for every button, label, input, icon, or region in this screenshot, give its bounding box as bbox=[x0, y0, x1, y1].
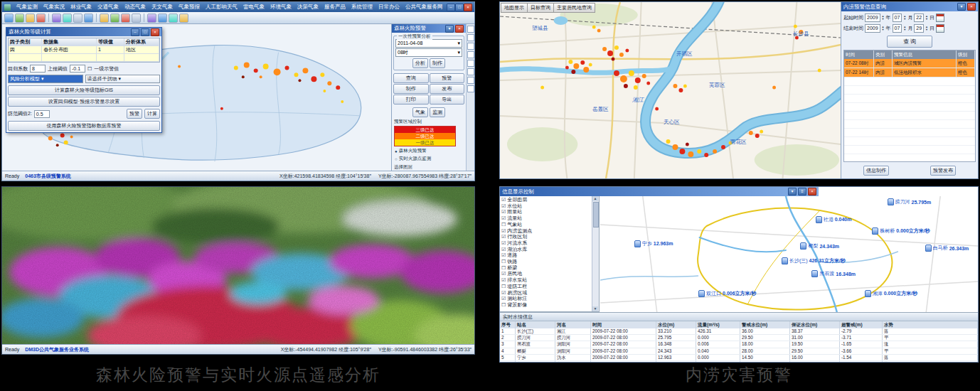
factor-table-row[interactable]: 因 春长分布图 1 地区 bbox=[9, 46, 159, 54]
compute-button[interactable]: 计算 bbox=[144, 109, 160, 119]
map-tab[interactable]: 主要居民地查询 bbox=[553, 3, 595, 13]
start-year-input[interactable]: 2009 bbox=[865, 14, 880, 22]
action-button[interactable]: 查询 bbox=[393, 73, 429, 83]
met-button[interactable]: 监测 bbox=[430, 107, 445, 117]
station-marker[interactable]: 株树桥0.000立方米/秒 bbox=[872, 227, 930, 235]
toolbar-button[interactable] bbox=[147, 14, 156, 23]
start-day-input[interactable]: 22 bbox=[914, 14, 924, 22]
layer-control-titlebar[interactable]: 信息显示控制 ▾ ≡ × bbox=[500, 187, 819, 196]
end-year-input[interactable]: 2009 bbox=[865, 24, 880, 33]
layer-checkbox-item[interactable]: ☑ 水位站 bbox=[501, 203, 590, 210]
layer-checkbox-item[interactable]: ☑ 流量站 bbox=[501, 215, 590, 222]
menu-item[interactable]: 气象监测 bbox=[14, 4, 41, 11]
menu-item[interactable]: 系统管理 bbox=[348, 4, 376, 11]
toolbar-button[interactable] bbox=[158, 14, 167, 23]
fire-map-canvas[interactable]: 长沙市 森林火险等级计算 – □ × 因子类别 数据集 等级值 分析体系 bbox=[2, 24, 391, 171]
warning-hour-combo[interactable]: 08时▾ bbox=[395, 48, 462, 57]
calendar-icon[interactable] bbox=[936, 24, 944, 33]
flood-map-canvas[interactable]: 捞刀河25.795m 社港0.040m 株树桥0.000立方米/秒 宁乡12.9… bbox=[600, 196, 978, 312]
table-row[interactable]: 1 长沙(三) 湘江 2009-07-22 08:00 33.210 426.3… bbox=[500, 328, 978, 335]
menu-item[interactable]: 服务产品 bbox=[321, 4, 348, 11]
side-tool-button[interactable] bbox=[467, 26, 474, 33]
panel-close-button[interactable]: × bbox=[455, 25, 464, 33]
spinner[interactable]: ▲▼ bbox=[903, 15, 906, 21]
scroll-up-icon[interactable]: ▲ bbox=[592, 196, 598, 201]
warning-row[interactable]: 07-22 08时 内涝 城区内涝预警 橙色 bbox=[844, 59, 975, 68]
layer-checkbox-item[interactable]: ☑ 居民地 bbox=[501, 271, 590, 277]
layer-checkbox-item[interactable]: ☑ 内涝监测点 bbox=[501, 228, 590, 235]
station-marker[interactable]: 黑石渡16.348m bbox=[811, 270, 856, 277]
spinner[interactable]: ▲▼ bbox=[903, 26, 906, 31]
toolbar-button[interactable] bbox=[110, 14, 119, 23]
toolbar-button[interactable] bbox=[36, 14, 46, 23]
layer-checkbox-item[interactable]: ☑ 易涝区域 bbox=[501, 290, 590, 296]
dialog-maximize-button[interactable]: □ bbox=[141, 28, 149, 36]
table-row[interactable]: 6 湘潭 湘江 2009-07-22 08:00 26.343 398.20 3… bbox=[500, 361, 978, 363]
layer-checkbox-item[interactable]: ☑ 行政区划 bbox=[501, 234, 590, 240]
factor-table-row[interactable] bbox=[9, 54, 159, 62]
menu-item[interactable]: 雷电气象 bbox=[240, 4, 267, 11]
table-row[interactable]: 4 榔梨 浏阳河 2009-07-22 08:00 24.343 0.040 2… bbox=[500, 348, 978, 355]
layer-list-scrollbar[interactable]: ▲ ▼ bbox=[592, 196, 599, 311]
warning-row[interactable]: 07-22 14时 内涝 低洼地段积水 橙色 bbox=[844, 68, 975, 77]
menu-item[interactable]: 交通气象 bbox=[95, 4, 122, 11]
use-database-button[interactable]: 使用森林火险预警指标数据库预警 bbox=[8, 121, 160, 131]
station-marker[interactable]: 湘潭0.000立方米/秒 bbox=[865, 290, 917, 297]
end-day-input[interactable]: 29 bbox=[914, 24, 924, 33]
calendar-icon[interactable] bbox=[936, 14, 944, 22]
layer-checkbox-item[interactable]: ☑ 雨量站 bbox=[501, 209, 590, 215]
side-tool-button[interactable] bbox=[467, 51, 474, 58]
table-row[interactable]: 5 宁乡 沩水 2009-07-22 08:00 12.963 0.000 14… bbox=[500, 355, 978, 361]
layer-checkbox-item[interactable]: ☐ 桥梁 bbox=[501, 265, 590, 272]
menu-item[interactable]: 公共气象服务网 bbox=[403, 4, 446, 11]
station-marker[interactable]: 社港0.040m bbox=[816, 216, 852, 223]
satellite-image[interactable] bbox=[2, 187, 474, 344]
toolbar-button[interactable] bbox=[132, 14, 141, 23]
layer-checkbox-item[interactable]: ☑ 排水泵站 bbox=[501, 277, 590, 284]
met-button[interactable]: 气象 bbox=[412, 107, 428, 117]
layer-checkbox-item[interactable]: ☑ 测站标注 bbox=[501, 296, 590, 302]
side-tool-button[interactable] bbox=[467, 68, 474, 75]
map-tab[interactable]: 目标查询 bbox=[527, 3, 554, 13]
station-marker[interactable]: 捞刀河25.795m bbox=[888, 198, 932, 205]
layer-radio-fire[interactable]: ● 森林火险预警 bbox=[395, 148, 463, 154]
fire-panel-titlebar[interactable]: 森林火险预警 ▾ × bbox=[392, 24, 466, 33]
table-row[interactable]: 2 捞刀河 捞刀河 2009-07-22 08:00 25.795 0.000 … bbox=[500, 335, 978, 341]
station-marker[interactable]: 长沙(三)426.31立方米/秒 bbox=[782, 257, 846, 264]
toolbar-button[interactable] bbox=[4, 14, 14, 23]
dialog-close-button[interactable]: × bbox=[151, 28, 159, 36]
menu-item[interactable]: 环境气象 bbox=[267, 4, 294, 11]
spinner[interactable]: ▲▼ bbox=[925, 15, 928, 21]
side-tool-button[interactable] bbox=[467, 85, 474, 92]
layer-checkbox-item[interactable]: ☐ 铁路 bbox=[501, 259, 590, 265]
end-month-input[interactable]: 07 bbox=[893, 24, 902, 33]
menu-item[interactable]: 日常办公 bbox=[376, 4, 403, 11]
toolbar-button[interactable] bbox=[169, 14, 178, 23]
station-marker[interactable]: 榔梨24.343m bbox=[800, 242, 839, 250]
set-model-button[interactable]: 设置回归模型·预报示警显示设置 bbox=[8, 97, 160, 107]
toolbar-button[interactable] bbox=[26, 14, 35, 23]
side-tool-button[interactable] bbox=[467, 77, 474, 84]
toolbar-button[interactable] bbox=[73, 14, 82, 23]
maximize-button[interactable]: □ bbox=[455, 4, 464, 11]
menu-item[interactable]: 决策气象 bbox=[294, 4, 321, 11]
factor-combo[interactable]: 请选择干扰物▾ bbox=[85, 75, 161, 83]
layer-checkbox-item[interactable]: ☐ 背景影像 bbox=[501, 302, 590, 309]
toolbar-button[interactable] bbox=[15, 14, 24, 23]
menu-item[interactable]: 气象预报 bbox=[176, 4, 203, 11]
panel-close-button[interactable]: × bbox=[808, 188, 816, 196]
action-button[interactable]: 预警 bbox=[430, 73, 465, 83]
side-tool-button[interactable] bbox=[467, 43, 474, 50]
calc-grade-button[interactable]: 计算森林火险等级指标GIS bbox=[8, 85, 160, 95]
menu-item[interactable]: 林业气象 bbox=[68, 4, 95, 11]
minimize-button[interactable]: – bbox=[447, 4, 455, 11]
close-button[interactable]: × bbox=[464, 4, 472, 11]
publish-warning-button[interactable]: 预警发布 bbox=[930, 166, 956, 176]
scroll-down-icon[interactable]: ▼ bbox=[592, 306, 598, 311]
warning-date-combo[interactable]: 2011-04-08▾ bbox=[395, 39, 462, 48]
table-row[interactable]: 3 黑石渡 浏阳河 2009-07-22 08:00 16.348 0.006 … bbox=[500, 341, 978, 348]
analysis-button[interactable]: 制作 bbox=[430, 58, 445, 68]
toolbar-button[interactable] bbox=[121, 14, 130, 23]
spinner[interactable]: ▲▼ bbox=[925, 26, 928, 31]
toolbar-button[interactable] bbox=[84, 14, 93, 23]
